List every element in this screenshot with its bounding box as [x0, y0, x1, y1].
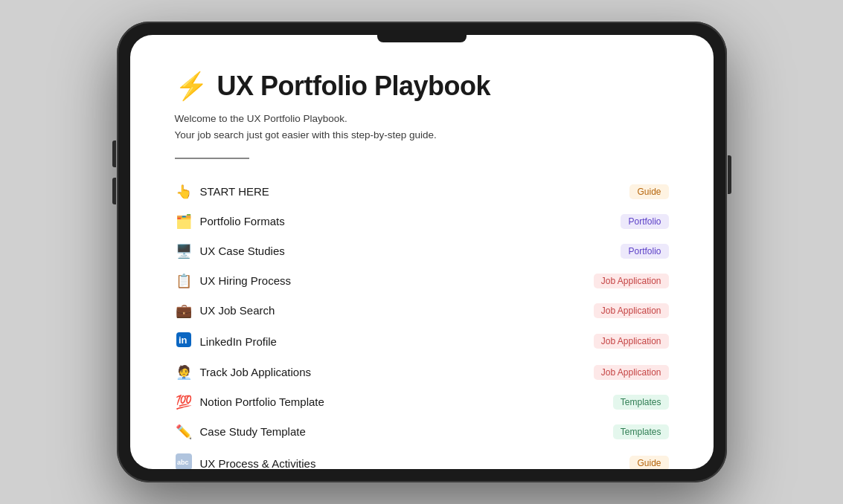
row-icon: 📋 [175, 273, 193, 289]
row-icon: in [175, 332, 193, 351]
row-badge: Job Application [594, 274, 669, 288]
table-row[interactable]: abc UX Process & Activities Guide [175, 447, 669, 469]
row-label: UX Process & Activities [200, 457, 316, 469]
top-notch [377, 35, 467, 42]
row-icon: 🧑‍💼 [175, 364, 193, 381]
table-row[interactable]: 🧑‍💼 Track Job Applications Job Applicati… [175, 358, 669, 387]
row-label: Portfolio Formats [200, 215, 285, 227]
volume-up-button [112, 140, 116, 167]
row-badge: Guide [629, 184, 668, 199]
table-row[interactable]: 💯 Notion Portfolio Template Templates [175, 387, 669, 417]
row-icon: abc [175, 453, 193, 469]
row-left: 💼 UX Job Search [175, 303, 275, 319]
row-badge: Portfolio [621, 214, 668, 229]
row-badge: Job Application [594, 303, 669, 318]
table-row[interactable]: 🖥️ UX Case Studies Portfolio [175, 236, 669, 266]
tablet-frame: ⚡ UX Portfolio Playbook Welcome to the U… [117, 22, 727, 482]
subtitle-line1: Welcome to the UX Portfolio Playbook. [175, 111, 669, 127]
row-left: in LinkedIn Profile [175, 332, 277, 351]
title-emoji: ⚡ [175, 71, 208, 102]
row-label: Case Study Template [200, 425, 306, 438]
row-badge: Job Application [594, 365, 669, 380]
row-left: ✏️ Case Study Template [175, 424, 306, 440]
table-row[interactable]: 📋 UX Hiring Process Job Application [175, 266, 669, 296]
row-left: 🖥️ UX Case Studies [175, 243, 285, 259]
row-icon: 🗂️ [175, 213, 193, 230]
table-row[interactable]: in LinkedIn Profile Job Application [175, 326, 669, 358]
table-row[interactable]: 💼 UX Job Search Job Application [175, 296, 669, 326]
tablet-screen: ⚡ UX Portfolio Playbook Welcome to the U… [130, 35, 714, 469]
row-left: abc UX Process & Activities [175, 453, 316, 469]
row-label: UX Hiring Process [200, 274, 292, 287]
table-row[interactable]: ✏️ Case Study Template Templates [175, 417, 669, 447]
row-icon: 👆 [175, 184, 193, 200]
volume-down-button [112, 178, 116, 204]
power-button [728, 155, 731, 194]
row-label: LinkedIn Profile [200, 335, 277, 348]
row-label: Track Job Applications [200, 366, 312, 378]
table-row[interactable]: 👆 START HERE Guide [175, 177, 669, 207]
row-icon: 🖥️ [175, 243, 193, 259]
page-header: ⚡ UX Portfolio Playbook Welcome to the U… [175, 71, 669, 159]
row-icon: 💼 [175, 303, 193, 319]
row-icon: ✏️ [175, 424, 193, 440]
row-label: UX Case Studies [200, 245, 285, 257]
subtitle: Welcome to the UX Portfolio Playbook. Yo… [175, 111, 669, 143]
row-badge: Portfolio [621, 244, 668, 259]
row-left: 📋 UX Hiring Process [175, 273, 292, 289]
row-left: 💯 Notion Portfolio Template [175, 394, 324, 410]
row-label: Notion Portfolio Template [200, 395, 324, 408]
row-badge: Templates [613, 424, 669, 439]
svg-text:in: in [179, 335, 187, 346]
row-icon: 💯 [175, 394, 193, 410]
row-badge: Templates [613, 395, 669, 410]
row-label: START HERE [200, 185, 269, 198]
title-row: ⚡ UX Portfolio Playbook [175, 71, 669, 102]
row-left: 👆 START HERE [175, 184, 269, 200]
row-left: 🧑‍💼 Track Job Applications [175, 364, 312, 381]
page-title: UX Portfolio Playbook [217, 71, 491, 102]
page-content: ⚡ UX Portfolio Playbook Welcome to the U… [130, 35, 714, 469]
header-divider [175, 158, 249, 159]
subtitle-line2: Your job search just got easier with thi… [175, 127, 669, 143]
row-badge: Guide [629, 456, 668, 469]
row-label: UX Job Search [200, 304, 275, 317]
row-left: 🗂️ Portfolio Formats [175, 213, 285, 230]
table-row[interactable]: 🗂️ Portfolio Formats Portfolio [175, 207, 669, 236]
svg-text:abc: abc [177, 459, 189, 466]
row-badge: Job Application [594, 334, 669, 349]
content-rows: 👆 START HERE Guide 🗂️ Portfolio Formats … [175, 177, 669, 469]
